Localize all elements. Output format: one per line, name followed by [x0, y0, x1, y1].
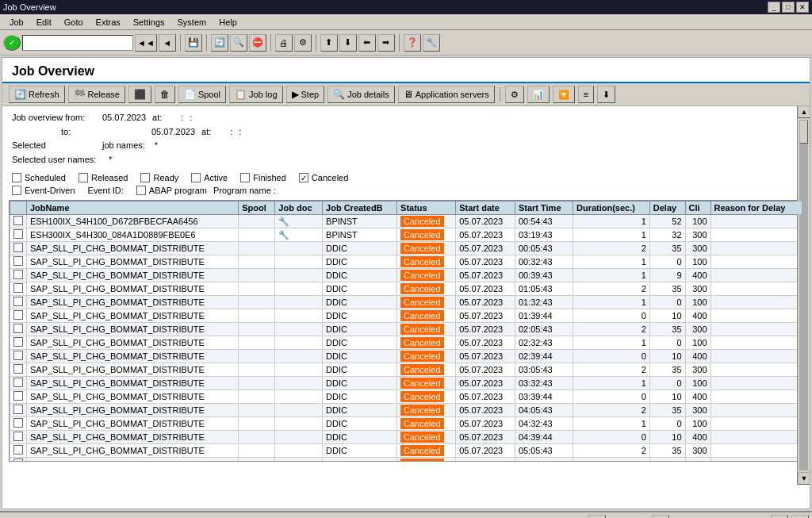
active-checkbox[interactable]	[191, 173, 201, 182]
scrollbar-track[interactable]	[799, 120, 808, 470]
filter1-button[interactable]: ⚙	[505, 86, 524, 103]
row-checkbox[interactable]	[10, 350, 27, 363]
joblog-button[interactable]: 📋 Job log	[229, 86, 282, 103]
col-reason[interactable]: Reason for Delay	[710, 201, 802, 215]
col-spool[interactable]: Spool	[239, 201, 275, 215]
bottom-arrow-down[interactable]: ▼	[652, 515, 669, 518]
table-row[interactable]: SAP_SLL_PI_CHG_BOMMAT_DISTRIBUTE DDIC Ca…	[10, 417, 802, 431]
print-button[interactable]: 🖨	[275, 34, 293, 52]
table-row[interactable]: SAP_SLL_PI_CHG_BOMMAT_DISTRIBUTE DDIC Ca…	[10, 390, 802, 404]
row-checkbox[interactable]	[10, 417, 27, 431]
row-checkbox[interactable]	[10, 390, 27, 404]
event-driven-checkbox[interactable]	[12, 186, 21, 195]
row-checkbox[interactable]	[10, 431, 27, 444]
col-jobname[interactable]: JobName	[27, 201, 239, 215]
right-scrollbar[interactable]: ▲ ▼	[797, 106, 810, 485]
table-row[interactable]: SAP_SLL_PI_CHG_BOMMAT_DISTRIBUTE DDIC Ca…	[10, 242, 802, 255]
menu-edit[interactable]: Edit	[30, 16, 58, 29]
col-created[interactable]: Job CreatedB	[323, 201, 397, 215]
table-row[interactable]: SAP_SLL_PI_CHG_BOMMAT_DISTRIBUTE DDIC Ca…	[10, 269, 802, 282]
filter3-button[interactable]: 🔽	[553, 86, 575, 103]
canceled-checkbox[interactable]	[299, 173, 308, 182]
nav-first-button[interactable]: ◄◄	[135, 34, 157, 52]
table-row[interactable]: SAP_SLL_PI_CHG_BOMMAT_DISTRIBUTE DDIC Ca…	[10, 323, 802, 336]
menu-settings[interactable]: Settings	[127, 16, 171, 29]
filter-finished[interactable]: Finished	[240, 173, 286, 182]
table-row[interactable]: SAP_SLL_PI_CHG_BOMMAT_DISTRIBUTE DDIC Ca…	[10, 336, 802, 350]
filter-canceled[interactable]: Canceled	[299, 173, 348, 182]
close-button[interactable]: ✕	[796, 2, 809, 13]
col-cli[interactable]: Cli	[685, 201, 710, 215]
filter-active[interactable]: Active	[191, 173, 228, 182]
spool-button[interactable]: 📄 Spool	[178, 86, 226, 103]
table-row[interactable]: SAP_SLL_PI_CHG_BOMMAT_DISTRIBUTE DDIC Ca…	[10, 282, 802, 296]
scroll-down-button[interactable]: ▼	[798, 472, 810, 485]
job-details-button[interactable]: 🔍 Job details	[327, 86, 395, 103]
table-row[interactable]: SAP_SLL_PI_CHG_BOMMAT_DISTRIBUTE DDIC Ca…	[10, 296, 802, 309]
stop-button[interactable]: ⛔	[249, 34, 266, 52]
filter-released[interactable]: Released	[79, 173, 128, 182]
row-checkbox[interactable]	[10, 228, 27, 242]
col-starttime[interactable]: Start Time	[515, 201, 573, 215]
scheduled-checkbox[interactable]	[12, 173, 21, 182]
ready-checkbox[interactable]	[140, 173, 150, 182]
job-table-container[interactable]: JobName Spool Job doc Job CreatedB Statu…	[9, 200, 803, 462]
delete-button[interactable]: 🗑	[155, 86, 175, 103]
row-checkbox[interactable]	[10, 215, 27, 228]
filter-abap[interactable]: ABAP program Program name :	[136, 186, 276, 195]
row-checkbox[interactable]	[10, 255, 27, 269]
row-checkbox[interactable]	[10, 242, 27, 255]
right-button[interactable]: ➡	[377, 34, 395, 52]
row-checkbox[interactable]	[10, 282, 27, 296]
row-checkbox[interactable]	[10, 323, 27, 336]
col-duration[interactable]: Duration(sec.)	[573, 201, 649, 215]
app-servers-button[interactable]: 🖥 Application servers	[398, 86, 495, 103]
find-button[interactable]: 🔍	[230, 34, 247, 52]
filter-event-id[interactable]: Event ID:	[88, 186, 124, 195]
bottom-arrow-right[interactable]: »	[588, 515, 606, 518]
table-row[interactable]: ESH300IX_S4H300_084A1D0889FBE0E6 🔧 BPINS…	[10, 228, 802, 242]
help-button[interactable]: ❓	[404, 34, 421, 52]
row-checkbox[interactable]	[10, 444, 27, 458]
finished-checkbox[interactable]	[240, 173, 250, 182]
released-checkbox[interactable]	[79, 173, 88, 182]
menu-job[interactable]: Job	[3, 16, 30, 29]
system-info-button[interactable]: 📊	[771, 515, 788, 518]
row-checkbox[interactable]	[10, 269, 27, 282]
refresh-button[interactable]: 🔄 Refresh	[9, 86, 65, 103]
table-row[interactable]: SAP_SLL_PI_CHG_BOMMAT_DISTRIBUTE DDIC Ca…	[10, 363, 802, 377]
table-row[interactable]: SAP_SLL_PI_CHG_BOMMAT_DISTRIBUTE DDIC Ca…	[10, 444, 802, 458]
command-input[interactable]	[22, 35, 133, 51]
table-row[interactable]: SAP_SLL_PI_CHG_BOMMAT_DISTRIBUTE DDIC Ca…	[10, 350, 802, 363]
up-button[interactable]: ⬆	[320, 34, 338, 52]
row-checkbox[interactable]	[10, 377, 27, 390]
stop-job-button[interactable]: ⬛	[128, 86, 151, 103]
menu-goto[interactable]: Goto	[58, 16, 90, 29]
filter-scheduled[interactable]: Scheduled	[12, 173, 66, 182]
down-button[interactable]: ⬇	[339, 34, 357, 52]
table-row[interactable]: SAP_SLL_PI_CHG_BOMMAT_DISTRIBUTE DDIC Ca…	[10, 309, 802, 323]
settings-btn[interactable]: ⚙	[294, 34, 312, 52]
row-checkbox[interactable]	[10, 363, 27, 377]
abap-checkbox[interactable]	[136, 186, 146, 195]
row-checkbox[interactable]	[10, 309, 27, 323]
table-row[interactable]: SAP_SLL_PI_CHG_BOMMAT_DISTRIBUTE DDIC Ca…	[10, 404, 802, 417]
nav-prev-button[interactable]: ◄	[159, 34, 176, 52]
table-row[interactable]: SAP_SLL_PI_CHG_BOMMAT_DISTRIBUTE DDIC Ca…	[10, 255, 802, 269]
window-controls[interactable]: _ □ ✕	[768, 2, 809, 13]
table-row[interactable]: SAP_SLL_PI_CHG_BOMMAT_DISTRIBUTE DDIC Ca…	[10, 431, 802, 444]
table-row[interactable]: SAP_SLL_PI_CHG_BOMMAT_DISTRIBUTE DDIC Ca…	[10, 377, 802, 390]
step-button[interactable]: ▶ Step	[286, 86, 325, 103]
table-row[interactable]: ESH100IX_S4H100_D672BFBECFAA6456 🔧 BPINS…	[10, 215, 802, 228]
menu-help[interactable]: Help	[213, 16, 243, 29]
scrollbar-thumb[interactable]	[799, 120, 808, 144]
customiz-button[interactable]: 🔧	[423, 34, 440, 52]
filter4-button[interactable]: ≡	[578, 86, 594, 103]
filter2-button[interactable]: 📊	[527, 86, 550, 103]
row-checkbox[interactable]	[10, 404, 27, 417]
filter5-button[interactable]: ⬇	[597, 86, 615, 103]
save-button[interactable]: 💾	[185, 34, 202, 52]
col-startdate[interactable]: Start date	[456, 201, 515, 215]
filter-event-driven[interactable]: Event-Driven	[12, 186, 75, 195]
col-delay[interactable]: Delay	[649, 201, 685, 215]
